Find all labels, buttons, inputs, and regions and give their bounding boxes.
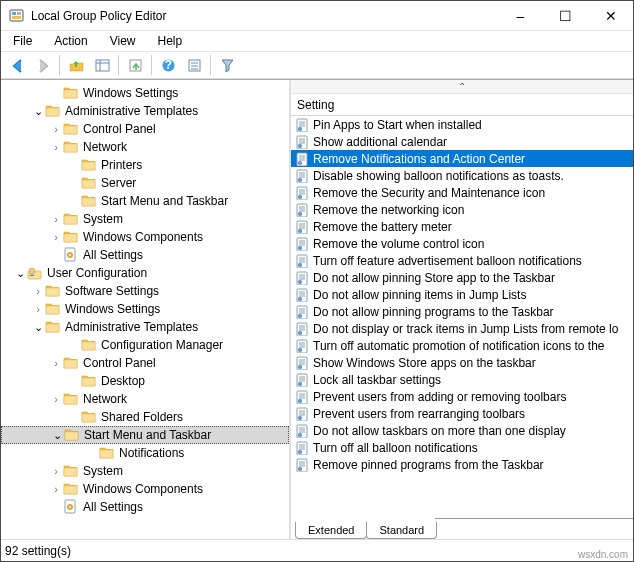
setting-list[interactable]: Pin Apps to Start when installedShow add… [291, 116, 633, 517]
expand-icon[interactable]: › [31, 302, 45, 316]
tree-item-label: Windows Settings [65, 302, 160, 316]
help-button[interactable] [156, 53, 180, 77]
tree-item[interactable]: ›Windows Settings [1, 300, 289, 318]
setting-item[interactable]: Do not allow pinning items in Jump Lists [291, 286, 633, 303]
setting-item[interactable]: Do not display or track items in Jump Li… [291, 320, 633, 337]
tree-item[interactable]: Server [1, 174, 289, 192]
export-list-button[interactable] [123, 53, 147, 77]
policy-icon [295, 186, 309, 200]
setting-item[interactable]: Remove Notifications and Action Center [291, 150, 633, 167]
menu-view[interactable]: View [100, 32, 146, 50]
folder-icon [63, 139, 79, 155]
back-button[interactable] [5, 53, 29, 77]
content-area: Windows Settings⌄Administrative Template… [1, 79, 633, 539]
folder-icon [45, 283, 61, 299]
settings-icon [63, 247, 79, 263]
setting-item[interactable]: Show Windows Store apps on the taskbar [291, 354, 633, 371]
tree-item[interactable]: All Settings [1, 498, 289, 516]
setting-label: Pin Apps to Start when installed [313, 118, 482, 132]
tree-item[interactable]: Windows Settings [1, 84, 289, 102]
setting-item[interactable]: Remove the Security and Maintenance icon [291, 184, 633, 201]
close-button[interactable]: ✕ [588, 1, 633, 30]
setting-item[interactable]: Turn off all balloon notifications [291, 439, 633, 456]
folder-icon [64, 427, 80, 443]
show-hide-tree-button[interactable] [90, 53, 114, 77]
expand-icon[interactable]: › [49, 482, 63, 496]
setting-item[interactable]: Show additional calendar [291, 133, 633, 150]
user-icon [27, 265, 43, 281]
setting-item[interactable]: Remove the volume control icon [291, 235, 633, 252]
expand-icon[interactable]: › [49, 464, 63, 478]
collapse-icon[interactable]: ⌄ [31, 104, 45, 118]
tree-item[interactable]: Notifications [1, 444, 289, 462]
setting-label: Show additional calendar [313, 135, 447, 149]
collapse-icon[interactable]: ⌄ [13, 266, 27, 280]
setting-item[interactable]: Disable showing balloon notifications as… [291, 167, 633, 184]
console-tree[interactable]: Windows Settings⌄Administrative Template… [1, 80, 291, 539]
tab-extended[interactable]: Extended [295, 522, 367, 539]
tree-item-label: Windows Components [83, 230, 203, 244]
setting-item[interactable]: Lock all taskbar settings [291, 371, 633, 388]
setting-item[interactable]: Remove pinned programs from the Taskbar [291, 456, 633, 473]
tree-item[interactable]: ›Network [1, 138, 289, 156]
expand-icon[interactable]: › [49, 122, 63, 136]
tree-item[interactable]: ›Control Panel [1, 120, 289, 138]
tree-item[interactable]: Start Menu and Taskbar [1, 192, 289, 210]
setting-item[interactable]: Remove the battery meter [291, 218, 633, 235]
tree-item[interactable]: ⌄Start Menu and Taskbar [1, 426, 289, 444]
expand-icon[interactable]: › [49, 212, 63, 226]
tree-item[interactable]: ›Control Panel [1, 354, 289, 372]
collapse-icon[interactable]: ⌄ [31, 320, 45, 334]
setting-label: Turn off feature advertisement balloon n… [313, 254, 582, 268]
policy-icon [295, 169, 309, 183]
setting-label: Prevent users from rearranging toolbars [313, 407, 525, 421]
setting-item[interactable]: Do not allow pinning programs to the Tas… [291, 303, 633, 320]
expand-icon[interactable]: › [49, 392, 63, 406]
expand-icon[interactable]: › [49, 356, 63, 370]
tree-item[interactable]: ⌄Administrative Templates [1, 102, 289, 120]
column-header-setting[interactable]: Setting [291, 94, 633, 116]
tree-item[interactable]: ⌄Administrative Templates [1, 318, 289, 336]
tree-item[interactable]: All Settings [1, 246, 289, 264]
tree-item[interactable]: Desktop [1, 372, 289, 390]
scroll-up-indicator[interactable]: ⌃ [291, 80, 633, 94]
tree-item[interactable]: ›Windows Components [1, 228, 289, 246]
folder-icon [81, 373, 97, 389]
tree-item[interactable]: ›System [1, 462, 289, 480]
setting-item[interactable]: Do not allow taskbars on more than one d… [291, 422, 633, 439]
folder-icon [45, 103, 61, 119]
tree-item[interactable]: Configuration Manager [1, 336, 289, 354]
setting-item[interactable]: Turn off feature advertisement balloon n… [291, 252, 633, 269]
tree-item[interactable]: ›Windows Components [1, 480, 289, 498]
setting-item[interactable]: Remove the networking icon [291, 201, 633, 218]
tab-standard[interactable]: Standard [366, 522, 437, 539]
minimize-button[interactable]: – [498, 1, 543, 30]
maximize-button[interactable]: ☐ [543, 1, 588, 30]
setting-item[interactable]: Prevent users from adding or removing to… [291, 388, 633, 405]
tree-item[interactable]: ›System [1, 210, 289, 228]
up-level-button[interactable] [64, 53, 88, 77]
tree-item[interactable]: Shared Folders [1, 408, 289, 426]
filter-button[interactable] [215, 53, 239, 77]
menu-help[interactable]: Help [148, 32, 193, 50]
setting-item[interactable]: Turn off automatic promotion of notifica… [291, 337, 633, 354]
setting-item[interactable]: Do not allow pinning Store app to the Ta… [291, 269, 633, 286]
collapse-icon[interactable]: ⌄ [50, 428, 64, 442]
folder-icon [99, 445, 115, 461]
menu-action[interactable]: Action [44, 32, 97, 50]
expand-icon[interactable]: › [31, 284, 45, 298]
menu-file[interactable]: File [3, 32, 42, 50]
forward-button[interactable] [31, 53, 55, 77]
tree-item[interactable]: Printers [1, 156, 289, 174]
setting-item[interactable]: Prevent users from rearranging toolbars [291, 405, 633, 422]
properties-button[interactable] [182, 53, 206, 77]
setting-item[interactable]: Pin Apps to Start when installed [291, 116, 633, 133]
tree-item-label: All Settings [83, 248, 143, 262]
tree-item[interactable]: ⌄User Configuration [1, 264, 289, 282]
expand-icon[interactable]: › [49, 140, 63, 154]
tree-item[interactable]: ›Software Settings [1, 282, 289, 300]
tree-item[interactable]: ›Network [1, 390, 289, 408]
app-icon [9, 8, 25, 24]
tree-item-label: Shared Folders [101, 410, 183, 424]
expand-icon[interactable]: › [49, 230, 63, 244]
